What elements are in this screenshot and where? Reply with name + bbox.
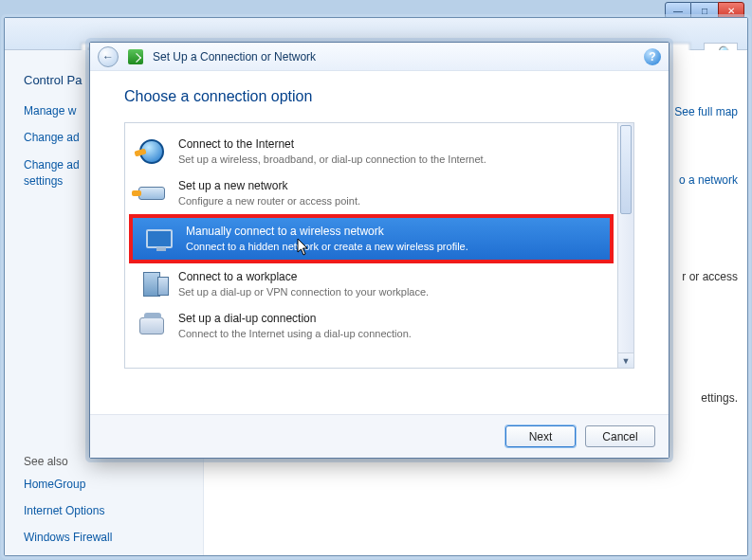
help-icon[interactable]: ? <box>644 48 661 65</box>
option-setup-new-network[interactable]: Set up a new network Configure a new rou… <box>125 172 617 214</box>
option-title: Set up a dial-up connection <box>178 311 412 326</box>
setup-connection-wizard: ← Set Up a Connection or Network ? Choos… <box>89 42 669 459</box>
router-icon <box>137 178 167 208</box>
option-desc: Connect to the Internet using a dial-up … <box>178 327 412 341</box>
text-fragment: r or access <box>682 270 738 283</box>
building-icon <box>137 269 167 299</box>
network-wizard-icon <box>128 49 143 64</box>
globe-icon <box>137 136 167 167</box>
text-fragment: ettings. <box>701 391 738 405</box>
option-dialup[interactable]: Set up a dial-up connection Connect to t… <box>125 305 617 347</box>
wizard-titlebar: ← Set Up a Connection or Network ? <box>90 43 669 71</box>
wizard-back-button[interactable]: ← <box>98 46 119 67</box>
see-full-map-link[interactable]: See full map <box>674 105 738 118</box>
see-also-windows-firewall[interactable]: Windows Firewall <box>24 531 184 544</box>
wizard-body: Choose a connection option Connect to th… <box>90 71 669 414</box>
option-title: Manually connect to a wireless network <box>186 224 468 239</box>
see-also-internet-options[interactable]: Internet Options <box>24 504 184 517</box>
scrollbar-thumb[interactable] <box>620 125 632 214</box>
option-connect-to-internet[interactable]: Connect to the Internet Set up a wireles… <box>125 131 617 172</box>
option-title: Set up a new network <box>178 178 360 193</box>
connection-options-list: Connect to the Internet Set up a wireles… <box>124 122 634 369</box>
connect-to-network-link[interactable]: o a network <box>679 173 738 187</box>
option-desc: Configure a new router or access point. <box>178 194 360 208</box>
list-viewport: Connect to the Internet Set up a wireles… <box>125 123 617 368</box>
option-title: Connect to the Internet <box>178 136 486 152</box>
next-button[interactable]: Next <box>505 425 576 447</box>
option-desc: Set up a dial-up or VPN connection to yo… <box>178 285 429 299</box>
option-desc: Connect to a hidden network or create a … <box>186 240 468 254</box>
option-title: Connect to a workplace <box>178 269 429 284</box>
see-also-homegroup[interactable]: HomeGroup <box>24 478 184 491</box>
phone-icon <box>137 311 167 341</box>
option-manually-connect-wireless[interactable]: Manually connect to a wireless network C… <box>133 218 610 260</box>
option-connect-workplace[interactable]: Connect to a workplace Set up a dial-up … <box>125 263 617 305</box>
scrollbar[interactable]: ▼ <box>617 123 633 368</box>
wizard-title: Set Up a Connection or Network <box>153 50 634 63</box>
wizard-heading: Choose a connection option <box>124 88 634 105</box>
scroll-down-button[interactable]: ▼ <box>618 352 633 368</box>
option-desc: Set up a wireless, broadband, or dial-up… <box>178 153 486 167</box>
selected-option-highlight: Manually connect to a wireless network C… <box>129 214 614 263</box>
cancel-button[interactable]: Cancel <box>585 425 655 447</box>
monitor-icon <box>144 224 174 254</box>
wizard-footer: Next Cancel <box>90 414 669 458</box>
